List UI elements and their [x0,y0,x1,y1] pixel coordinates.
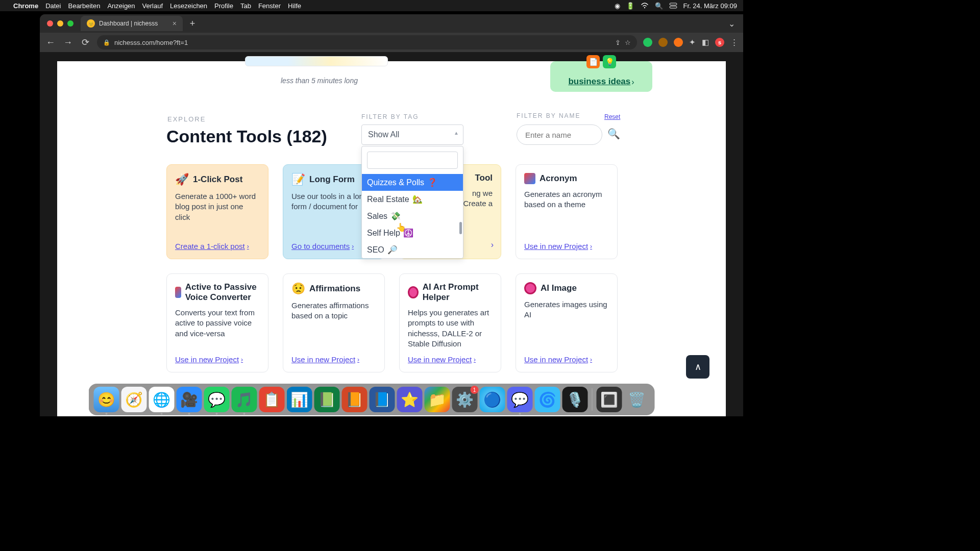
card-link[interactable]: Create a 1-click post› [175,242,260,251]
share-icon[interactable]: ⇪ [615,39,621,46]
wifi-icon[interactable] [641,3,649,9]
dock-spotify[interactable]: 🎵 [232,387,257,412]
new-tab-button[interactable]: + [186,17,199,30]
dock-trello[interactable]: 📊 [287,387,312,412]
card-link[interactable]: Use in new Project› [524,355,609,364]
dock-chrome[interactable]: 🌐 [149,387,175,412]
tool-card-1click[interactable]: 🚀1-Click Post Generate a 1000+ word blog… [166,164,268,259]
window-close-button[interactable] [47,20,53,27]
menu-file[interactable]: Datei [45,2,61,10]
dock-settings[interactable]: ⚙️1 [452,387,478,412]
dock-drive[interactable]: 📁 [425,387,450,412]
extension-3-icon[interactable] [674,38,683,47]
dock-todoist[interactable]: 📋 [259,387,285,412]
option-label: Real Estate [367,195,409,204]
tag-filter-value: Show All [368,130,399,139]
bookmark-star-icon[interactable]: ☆ [625,39,631,46]
tool-card-acronym[interactable]: Acronym Generates an acronym based on a … [516,164,618,259]
dock-powerpoint[interactable]: 📙 [342,387,368,412]
window-minimize-button[interactable] [57,20,63,27]
forward-button[interactable]: → [62,37,74,48]
top-row: less than 5 minutes long 📄💡 business ide… [57,61,726,97]
dropdown-option-seo[interactable]: SEO 🔎 [362,241,463,258]
lock-icon: 🔒 [103,39,110,46]
dock-safari[interactable]: 🧭 [121,387,147,412]
card-title: Active to Passive Voice Converter [185,282,260,303]
menubar-clock[interactable]: Fr. 24. März 09:09 [683,2,738,10]
battery-icon[interactable]: 🔋 [626,2,634,10]
business-ideas-link[interactable]: business ideas [568,77,630,87]
dock-imovie[interactable]: ⭐ [397,387,423,412]
dropdown-scrollbar[interactable] [459,222,462,234]
search-icon[interactable]: 🔍 [607,128,620,140]
menu-tab[interactable]: Tab [240,2,251,10]
dock-trash[interactable]: 🗑️ [624,387,650,412]
card-link[interactable]: Use in new Project› [524,242,609,251]
scroll-to-top-button[interactable]: ∧ [686,355,709,379]
menu-window[interactable]: Fenster [258,2,281,10]
reload-button[interactable]: ⟳ [80,37,91,48]
chevron-right-icon: › [247,243,249,250]
page-viewport: less than 5 minutes long 📄💡 business ide… [40,52,743,416]
menu-view[interactable]: Anzeigen [107,2,135,10]
dock-app-dark[interactable]: 🎙️ [562,387,588,412]
menu-profiles[interactable]: Profile [214,2,233,10]
business-ideas-card[interactable]: 📄💡 business ideas› [550,61,652,92]
dock-app-teal[interactable]: 🌀 [535,387,560,412]
menu-bookmarks[interactable]: Lesezeichen [170,2,207,10]
dock-whatsapp[interactable]: 💬 [204,387,230,412]
art-icon [408,286,419,298]
tool-card-ai-art[interactable]: AI Art Prompt Helper Helps you generates… [399,273,501,372]
spotlight-icon[interactable]: 🔍 [655,2,663,10]
dropdown-option-self-help[interactable]: Self Help ☮️ [362,224,463,241]
dropdown-option-quizzes[interactable]: Quizzes & Polls ❓ [362,174,463,191]
tabs-overflow-icon[interactable]: ⌄ [728,19,735,29]
tool-card-affirmations[interactable]: 😟Affirmations Generates affirmations bas… [283,273,385,372]
profile-avatar[interactable]: s [715,38,724,47]
page-heading: Content Tools (182) [166,127,327,146]
tag-filter-select[interactable]: Show All ▲ [361,124,463,145]
tool-card-ai-image[interactable]: AI Image Generates images using AI Use i… [516,273,618,372]
sidepanel-icon[interactable]: ◧ [702,38,709,47]
option-label: Quizzes & Polls [367,178,424,187]
dock-siri[interactable]: 🔵 [480,387,505,412]
tab-close-icon[interactable]: × [173,19,177,28]
dock-word[interactable]: 📘 [370,387,395,412]
extensions-icon[interactable]: ✦ [689,38,696,47]
dropdown-search-input[interactable] [367,152,458,169]
option-label: Self Help [367,229,400,238]
screen-record-icon[interactable]: ◉ [615,2,620,10]
chrome-menu-icon[interactable]: ⋮ [730,38,738,47]
chrome-window: 😊 Dashboard | nichesss × + ⌄ ← → ⟳ 🔒 nic… [40,14,743,416]
active-app-name[interactable]: Chrome [13,2,38,10]
back-button[interactable]: ← [45,37,56,48]
menu-history[interactable]: Verlauf [142,2,163,10]
extension-1-icon[interactable] [643,38,652,47]
card-link[interactable]: Use in new Project› [175,355,260,364]
url-text: nichesss.com/home?ft=1 [114,39,188,46]
control-center-icon[interactable] [669,3,677,9]
abc-icon [524,173,535,184]
dock-discord[interactable]: 💬 [507,387,533,412]
reset-link[interactable]: Reset [604,113,620,120]
address-bar[interactable]: 🔒 nichesss.com/home?ft=1 ⇪ ☆ [97,35,637,49]
card-title: Long Form [309,174,355,185]
dropdown-option-real-estate[interactable]: Real Estate 🏡 [362,191,463,208]
dropdown-option-sales[interactable]: Sales 💸 [362,208,463,224]
card-link[interactable]: Use in new Project› [291,355,376,364]
dock-launchpad[interactable]: 🔳 [597,387,622,412]
tag-filter-dropdown: Quizzes & Polls ❓ Real Estate 🏡 Sales 💸 … [361,146,463,259]
browser-tab[interactable]: 😊 Dashboard | nichesss × [81,16,183,31]
video-thumbnail[interactable] [245,56,388,66]
dock-excel[interactable]: 📗 [314,387,340,412]
tool-card-active-passive[interactable]: Active to Passive Voice Converter Conver… [166,273,268,372]
dock-finder[interactable]: 😊 [94,387,119,412]
extension-2-icon[interactable] [658,38,668,47]
menu-edit[interactable]: Bearbeiten [68,2,100,10]
window-maximize-button[interactable] [67,20,74,27]
menu-help[interactable]: Hilfe [288,2,301,10]
dock-zoom[interactable]: 🎥 [177,387,202,412]
card-link[interactable]: Use in new Project› [408,355,493,364]
name-filter-input[interactable] [517,124,602,145]
card-title: AI Art Prompt Helper [423,282,493,303]
